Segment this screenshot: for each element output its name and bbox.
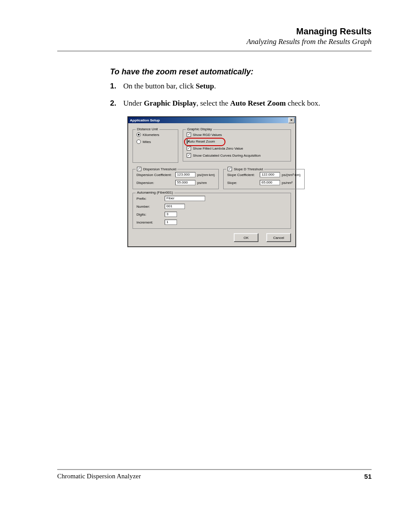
group-legend: Autonaming (Fiber001)	[136, 191, 174, 194]
step-bold: Auto Reset Zoom	[230, 99, 286, 107]
show-fitted-checkbox[interactable]: Show Fitted Lambda Zero Value	[187, 146, 287, 150]
slope-input[interactable]	[260, 180, 280, 185]
dialog-body: Distance Unit Kilometers Miles Graphic D…	[128, 123, 295, 246]
checkbox-icon	[187, 139, 188, 144]
field-label: Dispersion:	[136, 181, 173, 185]
show-rgd-checkbox[interactable]: Show RGD Values	[187, 132, 287, 137]
field-label: Slope Coefficient:	[227, 173, 258, 177]
group-legend: Slope D Threshold	[226, 167, 264, 172]
show-calc-checkbox[interactable]: Show Calculated Curves During Acquisitio…	[187, 153, 287, 158]
dialog-screenshot: Application Setup × Distance Unit Kilome…	[128, 117, 367, 247]
slope-coefficient-field: Slope Coefficient: ps/(nm²·km)	[227, 172, 301, 177]
checkbox-label: Slope D Threshold	[234, 167, 263, 171]
slope-coefficient-input[interactable]	[260, 172, 280, 177]
checkbox-icon[interactable]	[137, 167, 141, 171]
prefix-field: Prefix:	[136, 196, 287, 201]
page-number: 51	[364, 473, 372, 480]
slope-field: Slope: ps/nm²	[227, 180, 301, 185]
step-2: 2. Under Graphic Display, select the Aut…	[110, 98, 367, 109]
radio-icon	[136, 132, 141, 137]
step-text: On the button bar, click	[123, 82, 196, 90]
checkbox-label: Show Fitted Lambda Zero Value	[193, 147, 243, 150]
graphic-display-group: Graphic Display Show RGD Values Auto Res…	[183, 129, 291, 161]
step-text: check box.	[286, 99, 320, 107]
distance-unit-group: Distance Unit Kilometers Miles	[133, 129, 178, 163]
dispersion-input[interactable]	[175, 180, 195, 185]
step-text: Under	[123, 99, 144, 107]
slope-threshold-group: Slope D Threshold Slope Coefficient: ps/…	[223, 169, 305, 189]
close-icon[interactable]: ×	[288, 117, 295, 123]
checkbox-icon	[187, 146, 191, 150]
checkbox-icon	[187, 132, 191, 137]
task-title: To have the zoom reset automatically:	[110, 67, 367, 77]
step-number: 2.	[110, 98, 123, 109]
radio-label: Miles	[143, 140, 151, 144]
group-legend: Dispersion Threshold	[136, 167, 177, 172]
checkbox-label: Auto Reset Zoom	[188, 139, 215, 143]
group-legend: Distance Unit	[136, 127, 159, 131]
section-subtitle: Analyzing Results from the Results Graph	[57, 37, 372, 46]
step-1: 1. On the button bar, click Setup.	[110, 81, 367, 92]
radio-icon	[136, 139, 141, 144]
unit-label: ps/nm	[197, 181, 207, 185]
checkbox-icon	[187, 153, 191, 158]
header-rule	[57, 51, 372, 51]
increment-field: Increment:	[136, 220, 287, 225]
unit-label: ps/nm²	[282, 181, 292, 185]
auto-reset-zoom-checkbox[interactable]: Auto Reset Zoom	[187, 139, 215, 143]
titlebar[interactable]: Application Setup ×	[128, 117, 295, 123]
checkbox-icon[interactable]	[228, 167, 232, 171]
ok-button[interactable]: OK	[234, 233, 258, 242]
dispersion-threshold-group: Dispersion Threshold Dispersion Coeffici…	[133, 169, 219, 189]
step-text: , select the	[196, 99, 230, 107]
checkbox-label: Show RGD Values	[193, 133, 222, 137]
unit-label: ps/(nm²·km)	[282, 173, 301, 177]
checkbox-label: Dispersion Threshold	[143, 167, 176, 171]
step-body: Under Graphic Display, select the Auto R…	[123, 98, 367, 109]
application-setup-dialog: Application Setup × Distance Unit Kilome…	[128, 117, 296, 247]
dispersion-coefficient-input[interactable]	[175, 172, 195, 177]
content: To have the zoom reset automatically: 1.…	[57, 67, 372, 247]
field-label: Number:	[136, 205, 163, 209]
unit-label: ps/(nm·km)	[197, 173, 215, 177]
dialog-title: Application Setup	[130, 118, 160, 122]
autonaming-group: Autonaming (Fiber001) Prefix: Number: Di…	[133, 193, 291, 229]
prefix-input[interactable]	[165, 196, 205, 201]
digits-input[interactable]	[165, 212, 177, 217]
number-field: Number:	[136, 204, 287, 209]
dispersion-coefficient-field: Dispersion Coefficient: ps/(nm·km)	[136, 172, 215, 177]
radio-label: Kilometers	[143, 133, 159, 137]
chapter-title: Managing Results	[57, 26, 372, 37]
dialog-button-row: OK Cancel	[133, 233, 291, 242]
kilometers-radio[interactable]: Kilometers	[136, 132, 174, 137]
number-input[interactable]	[165, 204, 185, 209]
page: Managing Results Analyzing Results from …	[0, 0, 420, 510]
field-label: Slope:	[227, 181, 258, 185]
checkbox-label: Show Calculated Curves During Acquisitio…	[193, 154, 261, 158]
step-bold: Setup	[196, 82, 214, 90]
field-label: Prefix:	[136, 197, 163, 201]
step-number: 1.	[110, 81, 123, 92]
step-body: On the button bar, click Setup.	[123, 81, 367, 92]
step-text: .	[214, 82, 216, 90]
field-label: Dispersion Coefficient:	[136, 173, 173, 177]
footer-product: Chromatic Dispersion Analyzer	[57, 473, 141, 480]
step-bold: Graphic Display	[144, 99, 197, 107]
group-legend: Graphic Display	[186, 127, 213, 131]
miles-radio[interactable]: Miles	[136, 139, 174, 144]
dispersion-field: Dispersion: ps/nm	[136, 180, 215, 185]
field-label: Digits:	[136, 213, 163, 216]
increment-input[interactable]	[165, 220, 177, 225]
digits-field: Digits:	[136, 212, 287, 217]
cancel-button[interactable]: Cancel	[266, 233, 291, 242]
page-footer: Chromatic Dispersion Analyzer 51	[57, 469, 372, 480]
page-header: Managing Results Analyzing Results from …	[57, 26, 372, 46]
field-label: Increment:	[136, 220, 163, 224]
